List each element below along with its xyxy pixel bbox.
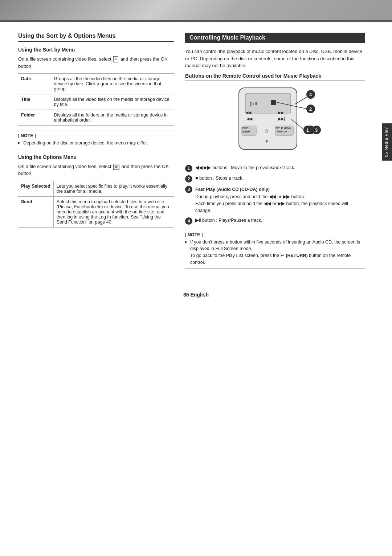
play-selected-label: Play Selected [18,181,53,196]
callout-item-1: 1 ◀◀ ▶▶ buttons : Move to the previous/n… [185,164,365,172]
callout-item-4: 4 ▶ll button : Plays/Pauses a track. [185,217,365,225]
controlling-music-intro: You can control the playback of music co… [185,48,365,69]
table-row: Date Groups all the the video files on t… [18,74,174,94]
controlling-music-title: Controlling Music Playback [185,33,365,43]
svg-text:4: 4 [309,92,312,97]
sort-table: Date Groups all the the video files on t… [18,73,174,126]
svg-text:TITLE MENU: TITLE MENU [276,127,291,130]
svg-rect-4 [271,100,276,105]
sort-by-menu-title: Using the Sort by Menu [18,47,174,53]
svg-text:POP-UP: POP-UP [277,130,287,133]
callout-item-3: 3 Fast Play (Audio CD (CD-DA) only) Duri… [185,185,365,214]
top-bar [0,0,392,22]
svg-text:▼: ▼ [265,139,269,144]
note-box-1: | NOTE | Depending on the disc or storag… [18,131,174,149]
fast-play-title-display: Fast Play (Audio CD (CD-DA) only) [195,186,365,193]
sort-options-title: Using the Sort by & Options Menus [18,33,174,42]
page-number: 35 [183,292,189,298]
remote-diagram: ▷ ll ◀◀ ▶▶ |◀◀ ▶▶| DISC MENU ⌂ TITLE MEN… [228,84,322,158]
callout-content-4: ▶ll button : Plays/Pauses a track. [195,217,365,224]
note-label-2: | NOTE | [185,232,365,237]
remote-svg: ▷ ll ◀◀ ▶▶ |◀◀ ▶▶| DISC MENU ⌂ TITLE MEN… [228,84,322,157]
options-table: Play Selected Lets you select specific f… [18,181,174,228]
date-label: Date [18,74,51,94]
sort-by-intro: On a file screen containing video files,… [18,56,174,70]
right-column: Controlling Music Playback You can contr… [185,33,377,274]
table-row: Play Selected Lets you select specific f… [18,181,174,196]
folder-desc: Displays all the folders on the media or… [51,110,174,126]
svg-text:▶▶|: ▶▶| [278,116,285,121]
svg-text:|◀◀: |◀◀ [245,116,253,121]
play-selected-desc: Lets you select specific files to play. … [53,181,174,196]
svg-text:MENU: MENU [242,130,250,133]
note-label-1: | NOTE | [18,133,174,138]
svg-text:2: 2 [309,106,312,112]
title-desc: Displays all the video files on the medi… [51,94,174,110]
table-row: Folder Displays all the folders on the m… [18,110,174,126]
date-desc: Groups all the the video files on the me… [51,74,174,94]
svg-text:DISC: DISC [242,127,249,130]
left-column: Using the Sort by & Options Menus Using … [18,33,174,274]
page-footer: 35 English [0,285,392,308]
callout-content-3: Fast Play (Audio CD (CD-DA) only) During… [195,185,365,214]
svg-text:ll: ll [255,102,257,106]
callout-item-2: 2 ■ button : Stops a track. [185,175,365,183]
callout-content-1: ◀◀ ▶▶ buttons : Move to the previous/nex… [195,164,365,171]
options-intro: On a file screen containing video files,… [18,163,174,177]
table-row: Send Select this menu to upload selected… [18,196,174,227]
note-item-1: Depending on the disc or storage device,… [18,140,174,147]
callout-list: 1 ◀◀ ▶▶ buttons : Move to the previous/n… [185,164,365,225]
remote-buttons-title: Buttons on the Remote Control used for M… [185,73,365,81]
svg-text:⌂: ⌂ [265,127,268,134]
table-row: Title Displays all the video files on th… [18,94,174,110]
folder-label: Folder [18,110,51,126]
svg-text:3: 3 [315,127,318,133]
svg-text:◀◀: ◀◀ [245,110,252,115]
svg-text:1: 1 [306,127,309,133]
callout-num-2: 2 [185,175,192,183]
callout-num-3: 3 [185,186,192,193]
title-label: Title [18,94,51,110]
note-box-2: | NOTE | If you don't press a button wit… [185,230,365,269]
callout-num-1: 1 [185,165,192,172]
options-menu-title: Using the Options Menu [18,154,174,160]
callout-num-4: 4 [185,217,192,225]
send-label: Send [18,196,53,227]
svg-text:▷: ▷ [250,101,254,106]
fast-play-desc: During playback, press and hold the ◀◀ o… [195,194,348,213]
side-tab: 05 Media Play [382,123,392,161]
note-item-2: If you don't press a button within five … [185,239,365,266]
svg-text:▶▶: ▶▶ [278,110,284,115]
page-lang-text: English [190,292,209,298]
send-desc: Select this menu to upload selected file… [53,196,174,227]
callout-content-2: ■ button : Stops a track. [195,175,365,182]
